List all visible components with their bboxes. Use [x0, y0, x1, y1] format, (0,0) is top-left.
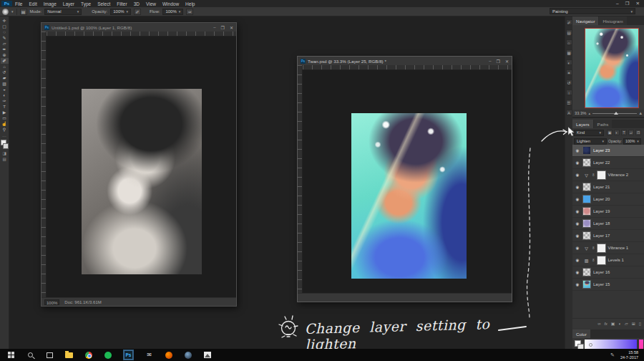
eyedropper-tool[interactable]: ✒ — [1, 47, 9, 52]
character-panel-icon[interactable]: A — [566, 110, 572, 115]
layer-row[interactable]: ◉Layer 22 — [572, 157, 644, 169]
hand-tool[interactable]: ☝ — [1, 121, 9, 127]
flow-select[interactable]: 100% ▾ — [162, 9, 183, 15]
blend-mode-select[interactable]: Normal ▾ — [44, 9, 82, 15]
dodge-tool[interactable]: ◐ — [1, 92, 9, 98]
visibility-eye-icon[interactable]: ◉ — [575, 160, 580, 165]
spotify-icon[interactable] — [104, 351, 112, 359]
minimize-icon[interactable]: – — [616, 1, 619, 6]
navigator-zoom-field[interactable]: 33.3% — [575, 111, 586, 115]
visibility-eye-icon[interactable]: ◉ — [575, 234, 580, 238]
visibility-eye-icon[interactable]: ◉ — [575, 282, 580, 287]
path-selection-tool[interactable]: ▶ — [1, 110, 9, 115]
filter-smart-objects-icon[interactable]: ⊡ — [635, 130, 641, 135]
tab-histogram[interactable]: Histogram — [599, 16, 626, 25]
close-icon[interactable]: ✕ — [230, 25, 233, 30]
screen-mode-icon[interactable]: ▤ — [1, 156, 9, 162]
layer-filter-select[interactable]: Kind ▾ — [574, 130, 604, 136]
styles-panel-icon[interactable]: ✦ — [566, 69, 572, 75]
quick-mask-icon[interactable]: ◨ — [1, 150, 9, 156]
tab-layers[interactable]: Layers — [572, 120, 593, 128]
rectangle-tool[interactable]: ▭ — [1, 115, 9, 121]
visibility-eye-icon[interactable]: ◉ — [575, 270, 580, 274]
zoom-tool[interactable]: ⚲ — [1, 127, 9, 133]
layer-thumbnail[interactable] — [582, 158, 591, 167]
layer-thumbnail[interactable] — [582, 183, 591, 191]
eraser-tool[interactable]: ▰ — [1, 75, 9, 81]
menu-help[interactable]: Help — [185, 1, 195, 6]
menu-layer[interactable]: Layer — [63, 1, 74, 6]
tab-color[interactable]: Color — [572, 329, 590, 338]
photos-icon[interactable] — [203, 351, 211, 359]
visibility-eye-icon[interactable]: ◉ — [575, 221, 580, 226]
menu-window[interactable]: Window — [162, 1, 179, 6]
menu-filter[interactable]: Filter — [117, 1, 127, 6]
properties-panel-icon[interactable]: ☰ — [566, 100, 572, 105]
photoshop-icon[interactable]: Ps — [123, 350, 134, 360]
quick-selection-tool[interactable]: ✎ — [1, 35, 9, 41]
pen-settings-icon[interactable]: ✎ — [610, 352, 615, 358]
filter-adjustment-layers-icon[interactable]: ◐ — [614, 130, 620, 135]
swatches-panel-icon[interactable]: ▦ — [566, 49, 572, 55]
filter-shape-layers-icon[interactable]: ▱ — [628, 130, 634, 135]
steam-icon[interactable] — [184, 351, 192, 359]
firefox-icon[interactable] — [165, 351, 172, 359]
navigator-zoom-slider[interactable] — [592, 111, 638, 115]
opacity-select[interactable]: 100% ▾ — [110, 9, 131, 15]
layer-thumbnail[interactable] — [582, 219, 591, 228]
layer-mask-thumbnail[interactable] — [597, 170, 606, 180]
info-panel-icon[interactable]: i — [566, 90, 572, 95]
visibility-eye-icon[interactable]: ◉ — [575, 185, 580, 189]
layer-row[interactable]: ◉▽8Vibrance 1 — [572, 242, 644, 254]
crop-tool[interactable]: ▱ — [1, 41, 9, 47]
close-icon[interactable]: ✕ — [636, 1, 640, 6]
search-icon[interactable] — [26, 351, 34, 359]
visibility-eye-icon[interactable]: ◉ — [575, 246, 580, 250]
file-explorer-icon[interactable] — [65, 351, 73, 359]
visibility-eye-icon[interactable]: ◉ — [575, 197, 580, 201]
edit-toolbar-icon[interactable]: … — [1, 133, 9, 138]
minimize-icon[interactable]: – — [489, 59, 491, 64]
visibility-eye-icon[interactable]: ◉ — [575, 258, 580, 262]
menu-file[interactable]: File — [15, 1, 22, 6]
layer-thumbnail[interactable] — [582, 207, 591, 216]
visibility-eye-icon[interactable]: ◉ — [575, 173, 580, 177]
layer-row[interactable]: ◉Layer 21 — [572, 181, 644, 193]
layer-row[interactable]: ◉▽8Vibrance 2 — [572, 169, 644, 181]
layer-thumbnail[interactable] — [582, 146, 591, 155]
filter-type-layers-icon[interactable]: T — [621, 130, 627, 135]
clone-source-panel-icon[interactable]: ⌂ — [566, 39, 572, 45]
layer-row[interactable]: ◉Layer 15 — [572, 279, 644, 291]
workspace-select[interactable]: Painting ▾ — [550, 8, 635, 14]
airbrush-icon[interactable]: ✑ — [186, 9, 193, 15]
brush-presets-panel-icon[interactable]: ▤ — [566, 29, 572, 35]
gradient-tool[interactable]: ▨ — [1, 81, 9, 87]
pen-tool[interactable]: ✑ — [1, 98, 9, 104]
layer-thumbnail[interactable] — [582, 231, 591, 240]
mail-icon[interactable]: ✉ — [145, 351, 153, 359]
layer-row[interactable]: ◉Layer 23 — [572, 145, 644, 157]
layer-mask-thumbnail[interactable] — [597, 244, 606, 253]
menu-view[interactable]: View — [146, 1, 156, 6]
visibility-eye-icon[interactable]: ◉ — [575, 209, 580, 213]
maximize-icon[interactable]: ❐ — [625, 1, 630, 6]
layer-row[interactable]: ◉Layer 17 — [572, 230, 644, 242]
menu-type[interactable]: Type — [81, 1, 91, 6]
new-group-icon[interactable]: ▱ — [625, 321, 628, 326]
type-tool[interactable]: T — [1, 104, 9, 110]
add-mask-icon[interactable]: ▣ — [611, 321, 615, 326]
layer-thumbnail[interactable] — [582, 268, 591, 276]
history-panel-icon[interactable]: ↺ — [566, 80, 572, 85]
menu-edit[interactable]: Edit — [29, 1, 36, 6]
marquee-tool[interactable]: ▢ — [1, 24, 9, 29]
filter-pixel-layers-icon[interactable]: ▣ — [607, 130, 613, 135]
zoom-in-icon[interactable]: ▴ — [639, 110, 642, 116]
navigator-preview[interactable] — [585, 28, 639, 108]
layer-row[interactable]: ◉Layer 20 — [572, 193, 644, 206]
visibility-eye-icon[interactable]: ◉ — [575, 148, 580, 153]
blur-tool[interactable]: ◒ — [1, 87, 9, 92]
brush-settings-panel-icon[interactable]: ✐ — [566, 19, 572, 25]
move-tool[interactable]: ✛ — [1, 18, 9, 24]
brush-preset-picker[interactable] — [2, 9, 9, 15]
layer-row[interactable]: ◉Layer 19 — [572, 206, 644, 218]
